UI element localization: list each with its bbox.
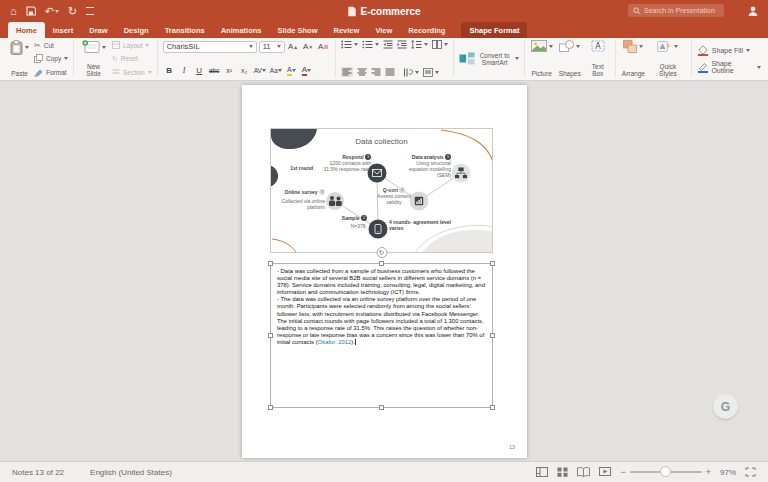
reading-view-button[interactable] <box>577 467 590 477</box>
text-box-button[interactable]: A Text Box <box>586 38 610 79</box>
align-right-icon <box>371 68 381 76</box>
text-box-content[interactable]: - Data was collected from a sample of bu… <box>271 264 492 346</box>
tab-shape-format[interactable]: Shape Format <box>461 22 527 38</box>
reset-icon: ↻ <box>112 55 118 63</box>
section-button[interactable]: Section <box>112 67 152 77</box>
slide-sorter-view-button[interactable] <box>557 467 568 477</box>
columns-icon <box>432 40 442 49</box>
citation-link[interactable]: Okafor, 2012 <box>318 339 352 345</box>
cut-button[interactable]: ✂Cut <box>34 40 68 50</box>
columns-button[interactable] <box>432 40 448 49</box>
zoom-out-icon[interactable]: − <box>620 467 625 477</box>
search-input[interactable]: Search in Presentation <box>628 4 724 17</box>
shapes-button[interactable]: Shapes <box>558 38 582 79</box>
grow-font-button[interactable]: A▲ <box>287 40 300 53</box>
home-icon[interactable]: ⌂ <box>10 6 17 17</box>
slideshow-view-button[interactable] <box>599 467 611 477</box>
character-spacing-button[interactable]: AV <box>253 64 267 77</box>
copy-button[interactable]: Copy <box>34 54 68 64</box>
normal-view-button[interactable] <box>536 467 548 477</box>
shape-fill-button[interactable]: Shape Fill <box>697 44 761 57</box>
reset-button[interactable]: ↻Reset <box>112 54 152 64</box>
rotate-handle[interactable]: ↻ <box>376 247 387 258</box>
status-bar: Notes 13 of 22 English (United States) −… <box>0 461 768 482</box>
paste-button[interactable]: Paste <box>9 38 30 79</box>
convert-to-smartart-button[interactable]: Convert to SmartArt <box>459 52 519 66</box>
clear-formatting-button[interactable]: A <box>317 40 330 53</box>
tab-home[interactable]: Home <box>8 22 45 38</box>
resize-handle-middle-right[interactable] <box>490 333 495 338</box>
tab-recording[interactable]: Recording <box>400 22 453 38</box>
notes-status[interactable]: Notes 13 of 22 <box>12 468 64 477</box>
tab-design[interactable]: Design <box>116 22 157 38</box>
data-collection-diagram-image[interactable]: Data collection 1st round Respond 3 1200… <box>270 128 493 253</box>
change-case-button[interactable]: Aa <box>269 64 283 77</box>
tab-transitions[interactable]: Transitions <box>157 22 213 38</box>
clipboard-group: Paste ✂Cut Copy Format <box>4 40 74 77</box>
resize-handle-top-left[interactable] <box>268 261 273 266</box>
align-center-button[interactable] <box>357 68 367 76</box>
picture-button[interactable]: Picture <box>530 38 554 79</box>
layout-button[interactable]: Layout <box>112 40 152 50</box>
selected-text-box[interactable]: ↻ - Data was collected from a sample of … <box>270 263 493 408</box>
paragraph-group <box>336 40 454 77</box>
save-icon[interactable] <box>26 6 36 16</box>
shape-outline-button[interactable]: Shape Outline <box>697 61 761 74</box>
new-slide-button[interactable]: New Slide <box>79 38 108 79</box>
resize-handle-bottom-center[interactable] <box>379 405 384 410</box>
shapes-icon <box>559 40 574 52</box>
text-highlight-button[interactable]: A <box>285 64 298 77</box>
tab-slide-show[interactable]: Slide Show <box>270 22 326 38</box>
redo-button[interactable]: ↻ <box>68 6 77 17</box>
zoom-slider-track[interactable] <box>630 471 702 473</box>
align-right-button[interactable] <box>371 68 381 76</box>
superscript-button[interactable]: x² <box>223 64 236 77</box>
tab-animations[interactable]: Animations <box>213 22 270 38</box>
arrange-icon <box>623 40 637 53</box>
bold-button[interactable]: B <box>163 64 176 77</box>
font-name-select[interactable]: CharisSIL <box>163 41 257 53</box>
arrange-button[interactable]: Arrange <box>621 38 646 79</box>
shrink-font-button[interactable]: A▼ <box>302 40 315 53</box>
tab-view[interactable]: View <box>367 22 400 38</box>
fit-slide-to-window-button[interactable] <box>745 467 756 477</box>
account-avatar[interactable] <box>746 4 760 18</box>
line-spacing-button[interactable] <box>411 40 428 49</box>
align-text-button[interactable] <box>423 68 439 77</box>
numbering-button[interactable] <box>362 40 379 49</box>
align-left-button[interactable] <box>341 67 353 77</box>
zoom-percentage[interactable]: 97% <box>720 468 736 477</box>
increase-indent-button[interactable] <box>397 40 407 49</box>
strikethrough-button[interactable]: abc <box>208 64 221 77</box>
undo-button[interactable]: ↶ <box>45 6 59 17</box>
text-direction-button[interactable] <box>403 68 419 77</box>
quick-styles-button[interactable]: Quick Styles <box>650 38 686 79</box>
smartart-icon <box>459 52 475 65</box>
format-painter-button[interactable]: Format <box>34 67 68 77</box>
zoom-slider[interactable]: − + <box>620 467 711 477</box>
zoom-slider-thumb[interactable] <box>660 466 671 477</box>
resize-handle-bottom-left[interactable] <box>268 405 273 410</box>
slide-canvas[interactable]: Data collection 1st round Respond 3 1200… <box>242 85 527 458</box>
tab-review[interactable]: Review <box>326 22 368 38</box>
font-color-button[interactable]: A <box>300 64 313 77</box>
resize-handle-bottom-right[interactable] <box>490 405 495 410</box>
language-status[interactable]: English (United States) <box>90 468 172 477</box>
decrease-indent-button[interactable] <box>383 40 393 49</box>
bullets-button[interactable] <box>341 40 358 49</box>
resize-handle-top-right[interactable] <box>490 261 495 266</box>
italic-button[interactable]: I <box>178 64 191 77</box>
grammarly-icon[interactable]: G <box>713 394 738 419</box>
font-size-select[interactable]: 11 <box>259 41 285 53</box>
tab-insert[interactable]: Insert <box>45 22 81 38</box>
justify-button[interactable] <box>385 68 395 76</box>
resize-handle-middle-left[interactable] <box>268 333 273 338</box>
underline-button[interactable]: U <box>193 64 206 77</box>
ribbon-options-icon[interactable] <box>86 7 94 15</box>
subscript-button[interactable]: x₂ <box>238 64 251 77</box>
zoom-in-icon[interactable]: + <box>706 467 711 477</box>
layout-icon <box>112 41 120 49</box>
tab-draw[interactable]: Draw <box>81 22 115 38</box>
document-title-area: E-commerce <box>347 0 420 22</box>
resize-handle-top-center[interactable] <box>379 261 384 266</box>
